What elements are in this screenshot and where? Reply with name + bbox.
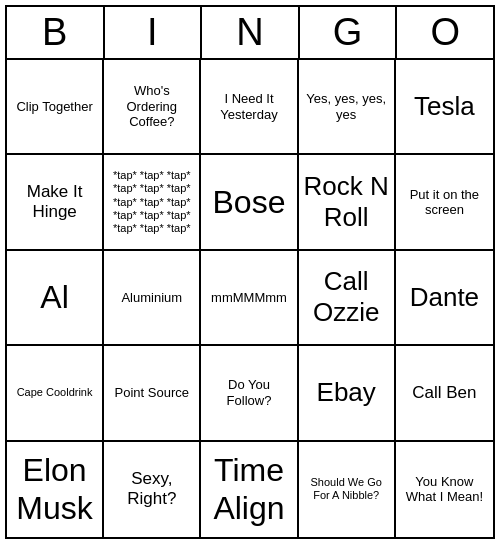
bingo-cell-16[interactable]: Point Source xyxy=(104,346,201,441)
bingo-cell-3[interactable]: Yes, yes, yes, yes xyxy=(299,60,396,155)
bingo-cell-17[interactable]: Do You Follow? xyxy=(201,346,298,441)
bingo-cell-6[interactable]: *tap* *tap* *tap* *tap* *tap* *tap* *tap… xyxy=(104,155,201,250)
header-g: G xyxy=(300,7,398,58)
bingo-grid: Clip TogetherWho's Ordering Coffee?I Nee… xyxy=(7,60,493,537)
bingo-cell-20[interactable]: Elon Musk xyxy=(7,442,104,537)
header-b: B xyxy=(7,7,105,58)
bingo-cell-19[interactable]: Call Ben xyxy=(396,346,493,441)
bingo-cell-11[interactable]: Aluminium xyxy=(104,251,201,346)
bingo-cell-23[interactable]: Should We Go For A Nibble? xyxy=(299,442,396,537)
bingo-cell-13[interactable]: Call Ozzie xyxy=(299,251,396,346)
bingo-cell-5[interactable]: Make It Hinge xyxy=(7,155,104,250)
bingo-cell-2[interactable]: I Need It Yesterday xyxy=(201,60,298,155)
bingo-cell-9[interactable]: Put it on the screen xyxy=(396,155,493,250)
header-o: O xyxy=(397,7,493,58)
bingo-cell-14[interactable]: Dante xyxy=(396,251,493,346)
bingo-cell-10[interactable]: Al xyxy=(7,251,104,346)
bingo-cell-24[interactable]: You Know What I Mean! xyxy=(396,442,493,537)
header-i: I xyxy=(105,7,203,58)
bingo-cell-15[interactable]: Cape Cooldrink xyxy=(7,346,104,441)
header-n: N xyxy=(202,7,300,58)
bingo-cell-21[interactable]: Sexy, Right? xyxy=(104,442,201,537)
bingo-cell-4[interactable]: Tesla xyxy=(396,60,493,155)
bingo-cell-18[interactable]: Ebay xyxy=(299,346,396,441)
bingo-cell-12[interactable]: mmMMMmm xyxy=(201,251,298,346)
bingo-card: B I N G O Clip TogetherWho's Ordering Co… xyxy=(5,5,495,539)
bingo-cell-7[interactable]: Bose xyxy=(201,155,298,250)
bingo-header: B I N G O xyxy=(7,7,493,60)
bingo-cell-1[interactable]: Who's Ordering Coffee? xyxy=(104,60,201,155)
bingo-cell-22[interactable]: Time Align xyxy=(201,442,298,537)
bingo-cell-8[interactable]: Rock N Roll xyxy=(299,155,396,250)
bingo-cell-0[interactable]: Clip Together xyxy=(7,60,104,155)
